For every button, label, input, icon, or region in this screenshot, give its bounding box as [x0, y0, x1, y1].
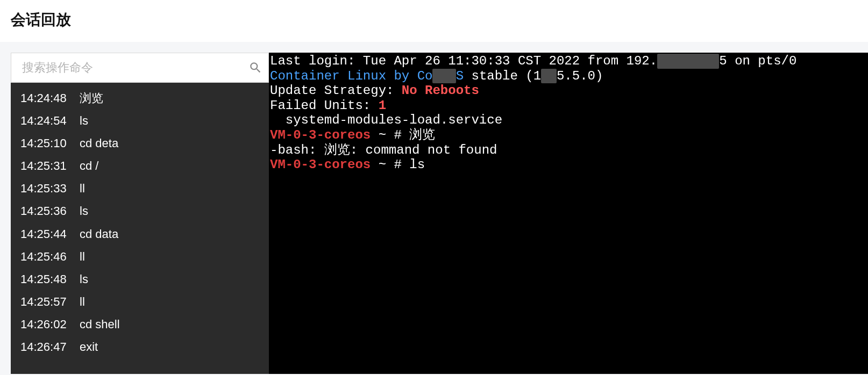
command-time: 14:26:02	[20, 315, 80, 334]
command-list-item[interactable]: 14:26:02cd shell	[11, 313, 269, 336]
command-text: cd data	[80, 225, 118, 243]
search-icon[interactable]	[243, 61, 268, 75]
terminal-line: 1	[379, 98, 386, 113]
command-list-item[interactable]: 14:25:48ls	[11, 268, 269, 291]
command-time: 14:25:33	[20, 179, 80, 198]
command-list-item[interactable]: 14:24:48浏览	[11, 87, 269, 110]
command-text: ll	[80, 293, 85, 311]
terminal-line: Last login: Tue Apr 26 11:30:33 CST 2022…	[270, 54, 657, 68]
redacted-ip: XXXXXXXX	[657, 54, 719, 69]
command-time: 14:26:47	[20, 338, 80, 356]
command-text: ls	[80, 112, 88, 130]
command-text: exit	[80, 338, 98, 356]
command-text: ll	[80, 248, 85, 266]
command-list-item[interactable]: 14:25:33ll	[11, 177, 269, 200]
page-header: 会话回放	[0, 0, 868, 42]
terminal-line: -bash: 浏览: command not found	[270, 143, 497, 157]
command-time: 14:25:10	[20, 134, 80, 153]
terminal-line: Container Linux by Co	[270, 69, 432, 83]
terminal-cmd: ls	[402, 157, 425, 172]
command-text: ls	[80, 270, 88, 289]
prompt-host: VM-0-3-coreos	[270, 157, 371, 172]
command-text: ls	[80, 202, 88, 220]
command-list-item[interactable]: 14:25:36ls	[11, 200, 269, 222]
command-text: cd deta	[80, 134, 118, 153]
terminal-line: 5.5.0)	[557, 69, 603, 83]
command-list-item[interactable]: 14:25:44cd data	[11, 223, 269, 246]
redacted-text: XXX	[432, 69, 456, 84]
terminal-line: Update Strategy:	[270, 83, 402, 98]
terminal-cmd: 浏览	[402, 128, 435, 142]
command-time: 14:25:44	[20, 225, 80, 243]
terminal-line: systemd-modules-load.service	[270, 113, 502, 127]
terminal-line: Failed Units:	[270, 98, 379, 113]
main-area: 14:24:48浏览14:24:54ls14:25:10cd deta14:25…	[0, 42, 868, 374]
terminal-output: Last login: Tue Apr 26 11:30:33 CST 2022…	[269, 53, 868, 374]
command-time: 14:25:31	[20, 157, 80, 175]
terminal-line: stable (1	[464, 69, 541, 83]
redacted-text: XX	[541, 69, 557, 84]
search-box	[11, 53, 269, 83]
command-text: cd shell	[80, 315, 120, 334]
command-text: 浏览	[80, 89, 103, 107]
command-list-item[interactable]: 14:25:10cd deta	[11, 132, 269, 155]
command-time: 14:24:48	[20, 89, 80, 107]
terminal-line: S	[456, 69, 464, 83]
command-list-item[interactable]: 14:25:46ll	[11, 246, 269, 268]
command-list: 14:24:48浏览14:24:54ls14:25:10cd deta14:25…	[11, 83, 269, 374]
terminal-line: 5 on pts/0	[719, 54, 796, 68]
command-time: 14:25:46	[20, 248, 80, 266]
search-input[interactable]	[11, 61, 243, 75]
terminal-line: No Reboots	[402, 83, 479, 98]
command-list-item[interactable]: 14:25:31cd /	[11, 155, 269, 177]
command-time: 14:25:57	[20, 293, 80, 311]
command-list-item[interactable]: 14:25:57ll	[11, 291, 269, 313]
command-time: 14:25:36	[20, 202, 80, 220]
command-time: 14:24:54	[20, 112, 80, 130]
command-list-item[interactable]: 14:26:47exit	[11, 336, 269, 358]
sidebar: 14:24:48浏览14:24:54ls14:25:10cd deta14:25…	[11, 53, 269, 374]
prompt-host: VM-0-3-coreos	[270, 128, 371, 142]
page-title: 会话回放	[11, 10, 857, 30]
command-time: 14:25:48	[20, 270, 80, 289]
prompt-sep: ~ #	[371, 157, 402, 172]
prompt-sep: ~ #	[371, 128, 402, 142]
command-text: ll	[80, 179, 85, 198]
command-text: cd /	[80, 157, 98, 175]
command-list-item[interactable]: 14:24:54ls	[11, 110, 269, 132]
